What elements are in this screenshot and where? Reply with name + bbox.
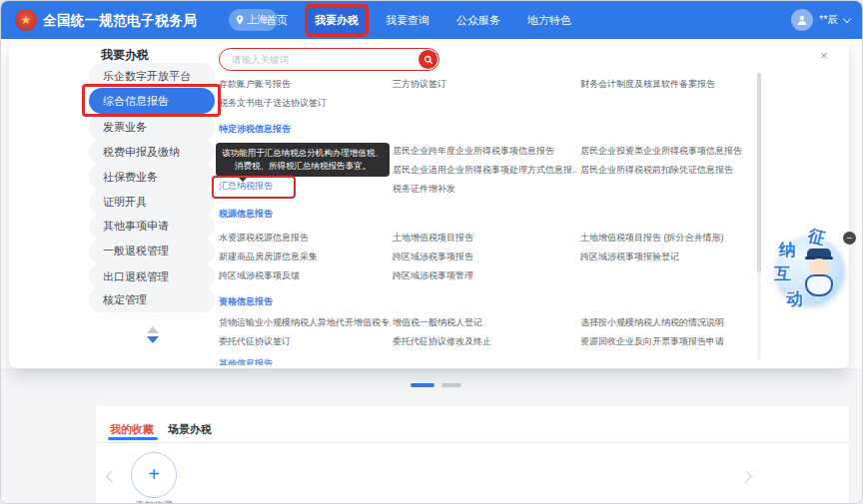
- sidebar-item-social[interactable]: 社保费业务: [89, 164, 215, 190]
- officer-face: [809, 258, 829, 275]
- search-input[interactable]: [219, 48, 439, 71]
- menu-link[interactable]: 跨区域涉税事项报验登记: [580, 248, 760, 266]
- app-header: ★ 全国统一规范电子税务局 上海 首页 我要办税 我要查询 公众服务 地方特色 …: [1, 1, 863, 39]
- badge-char-dong: 动: [786, 290, 803, 307]
- menu-link[interactable]: 货物运输业小规模纳税人异地代开增值税专用...: [219, 313, 391, 332]
- user-menu[interactable]: **辰: [791, 1, 850, 39]
- menu-column: 土地增值税项目报告 (拆分合并情形)跨区域涉税事项报验登记: [580, 229, 760, 266]
- sidebar-item-refund[interactable]: 一般退税管理: [89, 238, 215, 263]
- pagination-dot-active[interactable]: [411, 383, 434, 387]
- tooltip: 该功能用于汇总纳税总分机构办理增值税、消费税、所得税汇总纳税报告事宜。: [216, 143, 390, 177]
- menu-link[interactable]: 跨区域涉税事项报告: [393, 248, 576, 266]
- menu-column: 三方协议签订: [393, 75, 576, 94]
- clipped-section-heading: 其他信息报告: [219, 357, 273, 365]
- section-heading-qualification[interactable]: 资格信息报告: [219, 295, 273, 308]
- nav-public-services[interactable]: 公众服务: [449, 7, 507, 34]
- chevron-right-icon[interactable]: [739, 470, 752, 483]
- menu-link[interactable]: 居民企业跨年度企业所得税事项信息报告: [393, 142, 576, 161]
- sidebar-item-leqi[interactable]: 乐企数字开放平台: [89, 63, 215, 89]
- menu-column: 存款账户账号报告税务文书电子送达协议签订: [219, 75, 391, 113]
- close-icon[interactable]: ×: [820, 49, 828, 62]
- scroll-up-icon[interactable]: [147, 326, 159, 333]
- nav-tax-services[interactable]: 我要办税: [308, 7, 366, 34]
- pagination-dot[interactable]: [441, 383, 461, 387]
- menu-column: 财务会计制度及核算软件备案报告: [580, 75, 760, 94]
- interaction-assistant-badge[interactable]: 征 纳 互 动: [774, 233, 846, 304]
- tab-my-favorites[interactable]: 我的收藏: [110, 422, 154, 437]
- national-emblem-icon: ★: [15, 9, 37, 31]
- divider: [96, 442, 849, 443]
- sidebar-item-assessment[interactable]: 核定管理: [89, 286, 215, 312]
- menu-link[interactable]: 新建商品房房源信息采集: [219, 248, 391, 266]
- menu-link[interactable]: 居民企业所得税税前扣除凭证信息报告: [580, 161, 760, 180]
- tab-scenario-tax[interactable]: 场景办税: [168, 422, 212, 437]
- menu-link[interactable]: 资源回收企业反向开票事项报告申请: [580, 332, 760, 351]
- section-heading-tax-source[interactable]: 税源信息报告: [219, 208, 273, 221]
- page: ★ 全国统一规范电子税务局 上海 首页 我要办税 我要查询 公众服务 地方特色 …: [0, 0, 863, 504]
- plus-icon: +: [148, 464, 160, 484]
- badge-char-na: 纳: [779, 242, 796, 258]
- location-pin-icon: [236, 15, 244, 25]
- menu-column: 增值税一般纳税人登记委托代征协议修改及终止: [393, 313, 576, 351]
- mega-menu-panel: 我要办税 乐企数字开放平台 综合信息报告 发票业务 税费申报及缴纳 社保费业务 …: [9, 39, 849, 368]
- chevron-down-icon: [843, 14, 851, 22]
- menu-link[interactable]: 选择按小规模纳税人纳税的情况说明: [580, 313, 760, 332]
- sidebar-scroll-arrows[interactable]: [143, 326, 163, 343]
- page-background-section: 我的收藏 场景办税 + 添加收藏: [1, 368, 863, 504]
- menu-link[interactable]: 跨区域涉税事项反馈: [219, 266, 391, 285]
- badge-collapse-button[interactable]: –: [843, 232, 856, 245]
- menu-link[interactable]: 税务文书电子送达协议签订: [219, 94, 391, 113]
- section-heading-special-tax[interactable]: 特定涉税信息报告: [219, 123, 291, 136]
- officer-body: [805, 274, 833, 296]
- menu-link[interactable]: 税务证件增补发: [393, 180, 576, 199]
- sidebar-title: 我要办税: [101, 47, 149, 64]
- menu-link[interactable]: 居民企业投资类企业所得税事项信息报告: [580, 142, 760, 161]
- menu-column: 居民企业跨年度企业所得税事项信息报告居民企业适用企业所得税事项处理方式信息报..…: [393, 142, 576, 199]
- chevron-left-icon[interactable]: [106, 470, 119, 483]
- main-nav: 首页 我要办税 我要查询 公众服务 地方特色: [259, 1, 578, 39]
- menu-link[interactable]: 水资源税税源信息报告: [219, 229, 391, 248]
- menu-link[interactable]: 土地增值税项目报告: [393, 229, 576, 248]
- user-name: **辰: [819, 13, 838, 27]
- add-favorite-button[interactable]: +: [131, 452, 177, 498]
- menu-link[interactable]: 居民企业适用企业所得税事项处理方式信息报...: [393, 161, 576, 180]
- sidebar-item-invoice[interactable]: 发票业务: [89, 114, 215, 140]
- nav-home[interactable]: 首页: [259, 7, 295, 34]
- menu-link[interactable]: 土地增值税项目报告 (拆分合并情形): [580, 229, 760, 248]
- app-title: 全国统一规范电子税务局: [43, 12, 197, 30]
- menu-column: 土地增值税项目报告跨区域涉税事项报告跨区域涉税事项管理: [393, 229, 576, 285]
- search-icon: [424, 55, 433, 65]
- search-button[interactable]: [419, 50, 437, 69]
- nav-inquiry[interactable]: 我要查询: [379, 7, 436, 34]
- sidebar-item-other[interactable]: 其他事项申请: [89, 213, 215, 239]
- menu-link[interactable]: 增值税一般纳税人登记: [393, 313, 576, 332]
- menu-link[interactable]: 跨区域涉税事项管理: [393, 266, 576, 285]
- sidebar-item-declare[interactable]: 税费申报及缴纳: [89, 139, 215, 165]
- menu-column: 货物运输业小规模纳税人异地代开增值税专用...委托代征协议签订: [219, 313, 391, 351]
- sidebar-item-comprehensive-info[interactable]: 综合信息报告: [89, 88, 215, 114]
- menu-column: 居民企业投资类企业所得税事项信息报告居民企业所得税税前扣除凭证信息报告: [580, 142, 760, 180]
- avatar: [791, 9, 813, 31]
- menu-link[interactable]: 委托代征协议修改及终止: [393, 332, 576, 351]
- menu-column: 选择按小规模纳税人纳税的情况说明资源回收企业反向开票事项报告申请: [580, 313, 760, 351]
- menu-link[interactable]: 存款账户账号报告: [219, 75, 391, 94]
- badge-char-hu: 互: [774, 265, 791, 282]
- menu-link[interactable]: 委托代征协议签订: [219, 332, 391, 351]
- add-favorite-label: 添加收藏: [129, 499, 179, 504]
- nav-local-features[interactable]: 地方特色: [520, 7, 578, 34]
- sidebar-item-certificate[interactable]: 证明开具: [89, 189, 215, 215]
- active-tab-underline: [108, 437, 158, 440]
- panel-scrollbar-thumb[interactable]: [757, 73, 761, 272]
- menu-link[interactable]: 三方协议签订: [393, 75, 576, 94]
- menu-link[interactable]: 财务会计制度及核算软件备案报告: [580, 75, 760, 94]
- menu-column: 水资源税税源信息报告新建商品房房源信息采集跨区域涉税事项反馈: [219, 229, 391, 285]
- scroll-down-icon[interactable]: [147, 336, 159, 343]
- favorites-card: 我的收藏 场景办税 + 添加收藏: [96, 406, 849, 504]
